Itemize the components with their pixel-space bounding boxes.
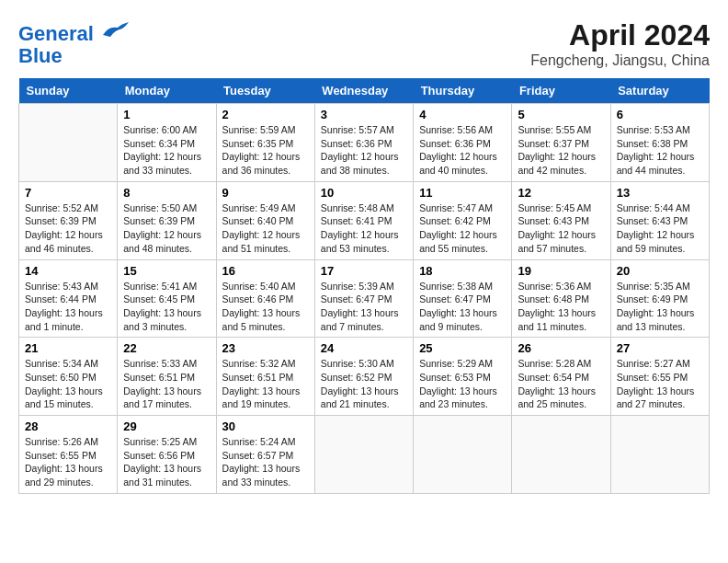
weekday-monday: Monday <box>118 78 216 104</box>
calendar-cell: 16Sunrise: 5:40 AMSunset: 6:46 PMDayligh… <box>216 259 314 338</box>
weekday-wednesday: Wednesday <box>314 78 413 104</box>
calendar-cell: 27Sunrise: 5:27 AMSunset: 6:55 PMDayligh… <box>610 338 709 416</box>
calendar-cell: 1Sunrise: 6:00 AMSunset: 6:34 PMDaylight… <box>118 104 216 182</box>
calendar-cell <box>512 416 610 494</box>
calendar-cell <box>19 104 118 182</box>
day-info: Sunrise: 5:24 AMSunset: 6:57 PMDaylight:… <box>222 435 309 489</box>
day-info: Sunrise: 5:59 AMSunset: 6:35 PMDaylight:… <box>222 123 309 178</box>
title-block: April 2024 Fengcheng, Jiangsu, China <box>530 18 710 69</box>
day-info: Sunrise: 5:55 AMSunset: 6:37 PMDaylight:… <box>518 123 604 178</box>
day-number: 14 <box>25 264 111 278</box>
calendar-week-5: 28Sunrise: 5:26 AMSunset: 6:55 PMDayligh… <box>19 416 710 494</box>
day-info: Sunrise: 5:39 AMSunset: 6:47 PMDaylight:… <box>321 280 407 334</box>
calendar-cell <box>610 416 709 494</box>
calendar-cell: 29Sunrise: 5:25 AMSunset: 6:56 PMDayligh… <box>118 416 216 494</box>
header: General Blue April 2024 Fengcheng, Jiang… <box>18 18 710 69</box>
day-info: Sunrise: 5:27 AMSunset: 6:55 PMDaylight:… <box>617 357 703 411</box>
day-info: Sunrise: 5:52 AMSunset: 6:39 PMDaylight:… <box>25 201 111 256</box>
calendar-cell: 19Sunrise: 5:36 AMSunset: 6:48 PMDayligh… <box>512 259 610 338</box>
day-info: Sunrise: 5:50 AMSunset: 6:39 PMDaylight:… <box>123 201 210 256</box>
weekday-friday: Friday <box>512 78 610 104</box>
logo-blue: Blue <box>18 44 63 67</box>
day-info: Sunrise: 5:41 AMSunset: 6:45 PMDaylight:… <box>123 280 210 334</box>
calendar-cell: 11Sunrise: 5:47 AMSunset: 6:42 PMDayligh… <box>414 181 512 259</box>
day-info: Sunrise: 5:38 AMSunset: 6:47 PMDaylight:… <box>419 280 506 334</box>
calendar-subtitle: Fengcheng, Jiangsu, China <box>530 52 710 69</box>
day-info: Sunrise: 5:34 AMSunset: 6:50 PMDaylight:… <box>25 357 111 411</box>
calendar-cell: 14Sunrise: 5:43 AMSunset: 6:44 PMDayligh… <box>19 259 118 338</box>
day-number: 13 <box>617 186 703 200</box>
day-number: 24 <box>321 341 407 355</box>
calendar-cell: 10Sunrise: 5:48 AMSunset: 6:41 PMDayligh… <box>314 181 413 259</box>
calendar-cell: 12Sunrise: 5:45 AMSunset: 6:43 PMDayligh… <box>512 181 610 259</box>
calendar-cell: 18Sunrise: 5:38 AMSunset: 6:47 PMDayligh… <box>414 259 512 338</box>
day-info: Sunrise: 5:48 AMSunset: 6:41 PMDaylight:… <box>321 201 407 256</box>
day-number: 19 <box>518 264 604 278</box>
calendar-cell: 22Sunrise: 5:33 AMSunset: 6:51 PMDayligh… <box>118 338 216 416</box>
day-number: 27 <box>617 341 703 355</box>
day-info: Sunrise: 5:28 AMSunset: 6:54 PMDaylight:… <box>518 357 604 411</box>
day-number: 15 <box>123 264 210 278</box>
calendar-body: 1Sunrise: 6:00 AMSunset: 6:34 PMDaylight… <box>19 104 710 494</box>
calendar-cell: 5Sunrise: 5:55 AMSunset: 6:37 PMDaylight… <box>512 104 610 182</box>
day-info: Sunrise: 6:00 AMSunset: 6:34 PMDaylight:… <box>123 123 210 178</box>
calendar-cell: 9Sunrise: 5:49 AMSunset: 6:40 PMDaylight… <box>216 181 314 259</box>
day-number: 25 <box>419 341 506 355</box>
day-info: Sunrise: 5:25 AMSunset: 6:56 PMDaylight:… <box>123 435 210 489</box>
weekday-thursday: Thursday <box>414 78 512 104</box>
day-info: Sunrise: 5:35 AMSunset: 6:49 PMDaylight:… <box>617 280 703 334</box>
day-number: 4 <box>419 108 506 121</box>
day-info: Sunrise: 5:49 AMSunset: 6:40 PMDaylight:… <box>222 201 309 256</box>
day-number: 26 <box>518 341 604 355</box>
logo-general: General <box>18 22 94 45</box>
day-number: 5 <box>518 108 604 121</box>
day-info: Sunrise: 5:40 AMSunset: 6:46 PMDaylight:… <box>222 280 309 334</box>
calendar-cell: 2Sunrise: 5:59 AMSunset: 6:35 PMDaylight… <box>216 104 314 182</box>
calendar-cell: 25Sunrise: 5:29 AMSunset: 6:53 PMDayligh… <box>414 338 512 416</box>
calendar-week-3: 14Sunrise: 5:43 AMSunset: 6:44 PMDayligh… <box>19 259 710 338</box>
calendar-cell <box>314 416 413 494</box>
day-info: Sunrise: 5:43 AMSunset: 6:44 PMDaylight:… <box>25 280 111 334</box>
day-info: Sunrise: 5:33 AMSunset: 6:51 PMDaylight:… <box>123 357 210 411</box>
day-number: 21 <box>25 341 111 355</box>
day-info: Sunrise: 5:30 AMSunset: 6:52 PMDaylight:… <box>321 357 407 411</box>
day-number: 16 <box>222 264 309 278</box>
calendar-cell: 15Sunrise: 5:41 AMSunset: 6:45 PMDayligh… <box>118 259 216 338</box>
day-number: 12 <box>518 186 604 200</box>
calendar-cell <box>414 416 512 494</box>
day-info: Sunrise: 5:36 AMSunset: 6:48 PMDaylight:… <box>518 280 604 334</box>
calendar-cell: 24Sunrise: 5:30 AMSunset: 6:52 PMDayligh… <box>314 338 413 416</box>
day-number: 10 <box>321 186 407 200</box>
calendar-cell: 17Sunrise: 5:39 AMSunset: 6:47 PMDayligh… <box>314 259 413 338</box>
day-number: 1 <box>123 108 210 121</box>
calendar-cell: 13Sunrise: 5:44 AMSunset: 6:43 PMDayligh… <box>610 181 709 259</box>
weekday-tuesday: Tuesday <box>216 78 314 104</box>
weekday-header-row: SundayMondayTuesdayWednesdayThursdayFrid… <box>19 78 710 104</box>
calendar-cell: 4Sunrise: 5:56 AMSunset: 6:36 PMDaylight… <box>414 104 512 182</box>
day-number: 30 <box>222 419 309 433</box>
calendar-cell: 6Sunrise: 5:53 AMSunset: 6:38 PMDaylight… <box>610 104 709 182</box>
day-info: Sunrise: 5:29 AMSunset: 6:53 PMDaylight:… <box>419 357 506 411</box>
day-number: 20 <box>617 264 703 278</box>
day-number: 29 <box>123 419 210 433</box>
day-number: 3 <box>321 108 407 121</box>
calendar-table: SundayMondayTuesdayWednesdayThursdayFrid… <box>18 78 710 494</box>
calendar-cell: 28Sunrise: 5:26 AMSunset: 6:55 PMDayligh… <box>19 416 118 494</box>
calendar-cell: 7Sunrise: 5:52 AMSunset: 6:39 PMDaylight… <box>19 181 118 259</box>
day-number: 18 <box>419 264 506 278</box>
day-number: 22 <box>123 341 210 355</box>
calendar-cell: 23Sunrise: 5:32 AMSunset: 6:51 PMDayligh… <box>216 338 314 416</box>
day-number: 23 <box>222 341 309 355</box>
day-info: Sunrise: 5:47 AMSunset: 6:42 PMDaylight:… <box>419 201 506 256</box>
day-number: 28 <box>25 419 111 433</box>
calendar-week-2: 7Sunrise: 5:52 AMSunset: 6:39 PMDaylight… <box>19 181 710 259</box>
calendar-week-1: 1Sunrise: 6:00 AMSunset: 6:34 PMDaylight… <box>19 104 710 182</box>
calendar-cell: 26Sunrise: 5:28 AMSunset: 6:54 PMDayligh… <box>512 338 610 416</box>
logo-bird-icon <box>101 18 131 40</box>
day-number: 11 <box>419 186 506 200</box>
weekday-sunday: Sunday <box>19 78 118 104</box>
calendar-cell: 20Sunrise: 5:35 AMSunset: 6:49 PMDayligh… <box>610 259 709 338</box>
day-number: 17 <box>321 264 407 278</box>
day-number: 9 <box>222 186 309 200</box>
calendar-cell: 8Sunrise: 5:50 AMSunset: 6:39 PMDaylight… <box>118 181 216 259</box>
